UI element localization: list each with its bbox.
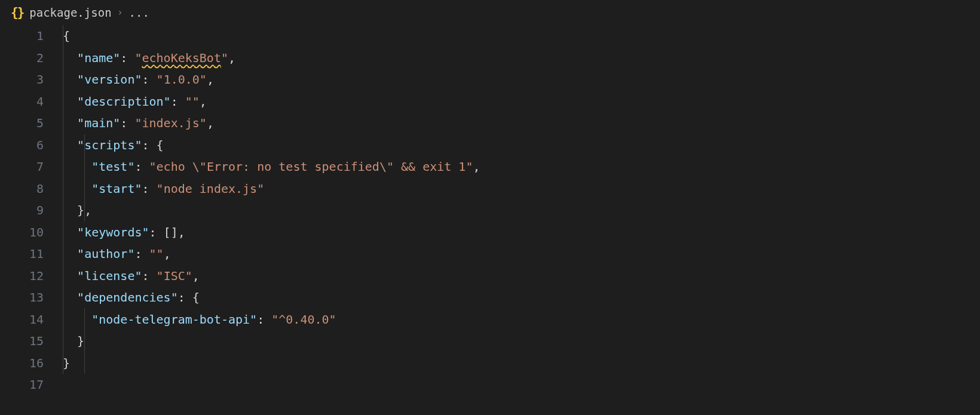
comma: , <box>84 203 91 217</box>
comma: , <box>207 116 214 130</box>
line-number: 5 <box>0 112 44 134</box>
line-number: 11 <box>0 243 44 265</box>
line-number: 6 <box>0 134 44 156</box>
json-key-keywords: "keywords" <box>77 225 149 239</box>
colon: : <box>134 159 142 174</box>
colon: : <box>149 225 157 239</box>
line-number: 16 <box>0 352 44 374</box>
close-brace: } <box>77 203 84 217</box>
breadcrumb-file-name[interactable]: package.json <box>29 2 111 24</box>
json-key-version: "version" <box>77 72 142 87</box>
code-line[interactable]: }, <box>63 199 480 222</box>
close-brace: } <box>77 334 84 348</box>
open-bracket: [ <box>164 225 171 239</box>
line-number: 10 <box>0 222 44 244</box>
line-number: 15 <box>0 330 44 352</box>
open-brace: { <box>192 290 200 305</box>
colon: : <box>257 312 264 327</box>
open-brace: { <box>157 138 164 152</box>
colon: : <box>142 138 149 152</box>
json-file-icon: {} <box>11 2 23 24</box>
json-value-test: "echo \"Error: no test specified\" && ex… <box>149 159 473 174</box>
open-brace: { <box>63 29 70 43</box>
lint-warning-underline[interactable]: echoKeksBot <box>142 51 221 65</box>
json-key-test: "test" <box>91 159 134 174</box>
code-line[interactable]: "keywords": [], <box>63 222 480 244</box>
code-editor[interactable]: 1 2 3 4 5 6 7 8 9 10 11 12 13 14 15 16 1… <box>0 25 980 396</box>
chevron-right-icon: › <box>118 2 123 24</box>
code-line[interactable]: "author": "", <box>63 243 480 265</box>
comma: , <box>192 269 200 283</box>
colon: : <box>142 269 149 283</box>
json-key-description: "description" <box>77 94 171 109</box>
json-key-license: "license" <box>77 269 142 283</box>
json-value-description: "" <box>185 94 200 109</box>
json-value-name: "echoKeksBot" <box>134 51 228 65</box>
json-key-dep: "node-telegram-bot-api" <box>91 312 257 327</box>
close-bracket: ] <box>171 225 178 239</box>
line-number: 12 <box>0 265 44 287</box>
json-value-dep: "^0.40.0" <box>271 312 336 327</box>
json-value-license: "ISC" <box>157 269 192 283</box>
comma: , <box>207 72 214 87</box>
code-line[interactable]: "start": "node index.js" <box>63 178 480 200</box>
json-value-author: "" <box>149 247 164 261</box>
code-line[interactable]: { <box>63 25 480 47</box>
colon: : <box>120 51 127 65</box>
line-number: 2 <box>0 47 44 69</box>
comma: , <box>200 94 207 109</box>
code-line[interactable]: "test": "echo \"Error: no test specified… <box>63 156 480 178</box>
line-number: 3 <box>0 69 44 91</box>
json-key-scripts: "scripts" <box>77 138 142 152</box>
comma: , <box>473 159 480 174</box>
indent-guide <box>84 308 85 374</box>
code-line[interactable]: } <box>63 330 480 352</box>
line-number: 1 <box>0 25 44 47</box>
code-line[interactable]: "scripts": { <box>63 134 480 156</box>
close-brace: } <box>63 356 70 370</box>
breadcrumb[interactable]: {} package.json › ... <box>0 0 980 25</box>
code-content[interactable]: { "name": "echoKeksBot", "version": "1.0… <box>57 25 480 396</box>
code-line[interactable]: "node-telegram-bot-api": "^0.40.0" <box>63 309 480 331</box>
line-number: 17 <box>0 374 44 396</box>
indent-guide <box>63 25 63 374</box>
colon: : <box>134 247 142 261</box>
json-value-start: "node index.js" <box>157 182 265 196</box>
colon: : <box>120 116 127 130</box>
line-number: 7 <box>0 156 44 178</box>
line-number: 4 <box>0 91 44 113</box>
json-key-name: "name" <box>77 51 120 65</box>
code-line[interactable]: "version": "1.0.0", <box>63 69 480 91</box>
colon: : <box>178 290 185 305</box>
code-line[interactable]: } <box>63 352 480 374</box>
code-line[interactable] <box>63 374 480 396</box>
colon: : <box>142 72 149 87</box>
comma: , <box>228 51 235 65</box>
line-number: 8 <box>0 178 44 200</box>
json-key-dependencies: "dependencies" <box>77 290 178 305</box>
json-key-author: "author" <box>77 247 134 261</box>
json-key-main: "main" <box>77 116 120 130</box>
json-value-main: "index.js" <box>134 116 206 130</box>
indent-guide <box>84 134 85 222</box>
code-line[interactable]: "description": "", <box>63 91 480 113</box>
code-line[interactable]: "main": "index.js", <box>63 112 480 134</box>
json-key-start: "start" <box>91 182 142 196</box>
json-value-version: "1.0.0" <box>157 72 207 87</box>
colon: : <box>142 182 149 196</box>
line-number: 9 <box>0 199 44 222</box>
line-number: 13 <box>0 287 44 309</box>
breadcrumb-trail[interactable]: ... <box>129 2 149 24</box>
code-line[interactable]: "name": "echoKeksBot", <box>63 47 480 69</box>
colon: : <box>171 94 178 109</box>
comma: , <box>178 225 185 239</box>
code-line[interactable]: "dependencies": { <box>63 287 480 309</box>
code-line[interactable]: "license": "ISC", <box>63 265 480 287</box>
line-number: 14 <box>0 309 44 331</box>
line-number-gutter: 1 2 3 4 5 6 7 8 9 10 11 12 13 14 15 16 1… <box>0 25 57 396</box>
comma: , <box>164 247 171 261</box>
